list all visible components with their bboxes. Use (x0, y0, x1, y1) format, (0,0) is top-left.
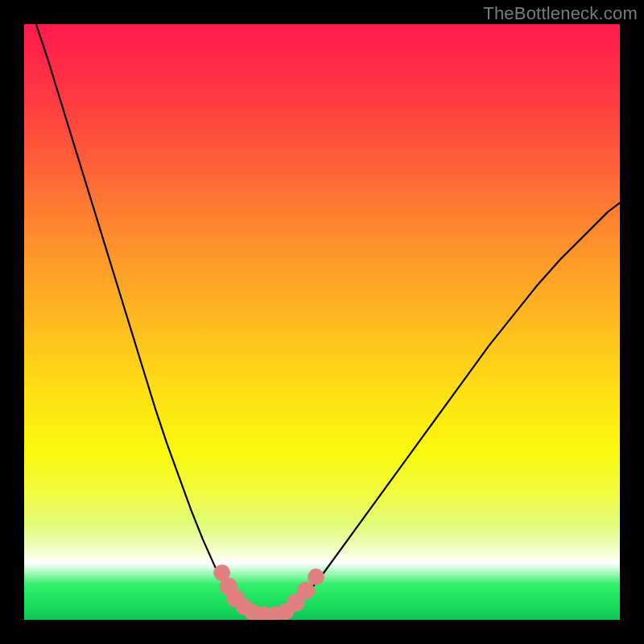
curve-left-curve (36, 24, 257, 614)
marker-right-b (297, 582, 315, 600)
curve-right-curve (280, 203, 620, 614)
chart-frame: TheBottleneck.com (0, 0, 644, 644)
curve-layer (24, 24, 620, 620)
marker-right-top (308, 568, 324, 585)
plot-area (24, 24, 620, 620)
watermark-label: TheBottleneck.com (483, 3, 638, 24)
